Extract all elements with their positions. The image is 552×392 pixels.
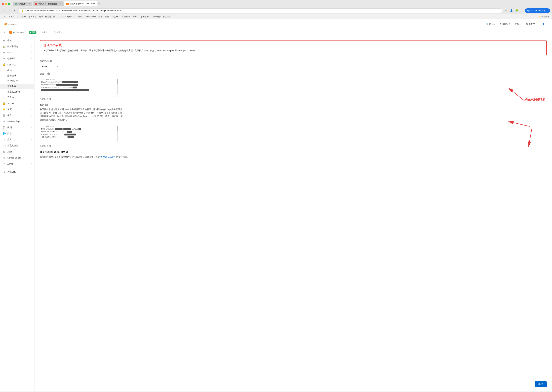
tab-cloudflare[interactable]: 源服务器 | ydxian.love | 1945 ✕: [64, 1, 98, 6]
privkey-textarea-box[interactable]: -----BEGIN PRIVATE KEY----- MIIEvgIBADAN…: [40, 124, 120, 144]
cf-main: ⊞ 概述 📊 分析和日志 ▾ ◈ DNS ▾ ✉ 电子邮件 ▾ 🔒 SSL/TL…: [0, 36, 552, 391]
sidebar-item-access[interactable]: 🔐 Access: [0, 100, 34, 106]
privkey-copy-link[interactable]: 单击以复制: [40, 145, 51, 147]
bookmark-translate[interactable]: 翻译: [77, 15, 83, 18]
add-site-button[interactable]: ⊕ 添加站点: [499, 23, 511, 26]
maximize-dot[interactable]: [8, 3, 10, 5]
cert-info-icon[interactable]: i: [47, 72, 50, 75]
bookmark-chiphell[interactable]: 首页 - Chiphell -...: [59, 15, 76, 18]
bookmark-shop[interactable]: 购物: [105, 15, 110, 18]
chevron-down-icon: ▾: [31, 108, 32, 111]
cache-icon: 🗄: [3, 114, 6, 117]
bookmark-pt[interactable]: PT: [2, 15, 6, 18]
new-version-button[interactable]: 有新版 Chrome 可用 …: [525, 8, 550, 13]
key-format-info-icon[interactable]: i: [49, 60, 52, 62]
key-format-select[interactable]: PEM PKCS#7 DER: [40, 64, 60, 69]
notice-box: 源证书书安装 将以下证书和私钥保存到您的客户端。要保存，请单击以复制这些内容并将…: [40, 40, 547, 56]
cert-scrollbar-thumb[interactable]: [117, 79, 118, 84]
tab-close-icon[interactable]: ✕: [28, 3, 30, 5]
sidebar-item-email[interactable]: ✉ 电子邮件 ▾: [0, 56, 34, 62]
new-tab-button[interactable]: +: [98, 2, 101, 6]
minimize-dot[interactable]: [5, 3, 7, 5]
sidebar-sub-custom-hostname[interactable]: 自定义主机名: [0, 89, 34, 94]
sidebar-item-overview[interactable]: ⊞ 概述: [0, 37, 34, 43]
key-format-select-wrapper: PEM PKCS#7 DER ▾: [40, 64, 60, 69]
sidebar-label: 电子邮件: [7, 57, 29, 60]
tab-smzdm[interactable]: 我的文章 | 什么值得买 ✕: [33, 1, 64, 6]
sidebar-item-cache[interactable]: 🗄 缓存 ▾: [0, 112, 34, 119]
smzdm-favicon: [35, 3, 37, 5]
site-domain-tab[interactable]: ydxian.love: [7, 29, 26, 36]
sidebar-label: Workers 路由: [7, 120, 32, 123]
sidebar-item-network[interactable]: 🌐 网络: [0, 131, 34, 137]
back-button[interactable]: ‹: [2, 8, 7, 13]
rules-icon: 📋: [3, 126, 6, 129]
cert-scrollbar[interactable]: [117, 79, 118, 95]
star-icon: ☆: [41, 31, 43, 34]
profile-icon[interactable]: 👤: [509, 8, 514, 13]
confirm-button[interactable]: 确定: [535, 381, 547, 387]
sidebar-item-scrape-shield[interactable]: ◇ Scrape Shield: [0, 155, 34, 161]
address-bar[interactable]: 🔒 dash.cloudflare.com/3355415ff1140f2306…: [19, 8, 502, 13]
bookmark-forum[interactable]: 论坛: [98, 15, 103, 18]
close-dot[interactable]: [2, 3, 4, 5]
language-button[interactable]: 简体中文 ▾: [525, 21, 538, 27]
chevron-down-icon: ▾: [545, 23, 547, 25]
extensions-icon[interactable]: 🧩: [514, 8, 519, 13]
sidebar-sub-client-cert[interactable]: 客户端证书: [0, 78, 34, 84]
sidebar-item-custom-pages[interactable]: 📄 自定义页面: [0, 143, 34, 149]
tab-close-icon[interactable]: ✕: [97, 3, 98, 5]
privkey-label: 私钥 i: [40, 104, 547, 106]
sidebar-item-traffic[interactable]: ↕ 流量 ▾: [0, 137, 34, 143]
sidebar-item-zaraz[interactable]: ≋ Zaraz ▾: [0, 161, 34, 167]
tab-chatgpt[interactable]: ChatGPT ✕: [13, 2, 32, 6]
privkey-scrollbar[interactable]: [117, 126, 118, 142]
sidebar-sub-edge-cert[interactable]: 边缘证书: [0, 73, 34, 78]
apps-icon: ⊞: [3, 150, 6, 153]
user-menu-button[interactable]: 👤 ▾: [541, 22, 548, 26]
sidebar-item-dns[interactable]: ◈ DNS ▾: [0, 49, 34, 56]
bookmark-baijiahao[interactable]: 百 百家号: [17, 15, 27, 18]
bookmark-baidu[interactable]: 百度一下，你就知道: [111, 15, 131, 18]
goto-button[interactable]: 🔍 转到...: [485, 21, 497, 27]
sidebar-collapse-button[interactable]: ◁ 折叠边栏: [0, 168, 34, 175]
free-plan-tab[interactable]: Free 计划: [50, 29, 66, 36]
bookmark-tools[interactable]: 🗂 工具: [7, 15, 15, 18]
sidebar-item-workers[interactable]: ⚙ Workers 路由: [0, 119, 34, 125]
privkey-scrollbar-thumb[interactable]: [117, 126, 118, 131]
sidebar-sub-ssl-overview[interactable]: 概述: [0, 68, 34, 73]
bookmark-allbookmarks[interactable]: 📁 所有书签: [538, 15, 550, 18]
sidebar-item-security[interactable]: 🛡 安全性 ▾: [0, 94, 34, 100]
site-status-tab[interactable]: 活动: [26, 29, 39, 36]
bookmark-cloudinstall[interactable]: Cloud Install: [84, 15, 96, 18]
bookmark-storage[interactable]: 安全储存您的数据...: [132, 15, 151, 18]
bookmark-order[interactable]: 订单确认 | 东京宅男...: [152, 15, 173, 18]
star-tab[interactable]: ☆ 星号: [39, 29, 50, 36]
cf-logo: CLOUDFLARE: [4, 21, 17, 27]
collapse-icon: ◁: [3, 170, 6, 173]
sidebar-item-analytics[interactable]: 📊 分析和日志 ▾: [0, 43, 34, 49]
certificate-textarea-box[interactable]: -----BEGIN CERTIFICATE----- BQAwgYsxCzAJ…: [40, 77, 120, 97]
back-to-overview-button[interactable]: ‹: [4, 31, 5, 34]
bookmark-icon[interactable]: ☆: [504, 8, 508, 13]
menu-icon[interactable]: ⋮: [520, 8, 524, 13]
sidebar-item-speed[interactable]: ⚡ 速度 ▾: [0, 106, 34, 112]
forward-button[interactable]: ›: [7, 8, 12, 13]
bookmark-toutiao[interactable]: 今日头条: [28, 15, 37, 18]
sidebar-sub-origin-server[interactable]: 源服务器: [0, 84, 34, 89]
cert-copy-link[interactable]: 单击以复制: [40, 98, 51, 100]
sidebar-item-ssl-tls[interactable]: 🔒 SSL/TLS ▴: [0, 62, 34, 68]
scrape-shield-icon: ◇: [3, 156, 6, 159]
manage-ca-cert-link[interactable]: 管理源 CA 证书: [100, 156, 115, 158]
sidebar-item-apps[interactable]: ⊞ Apps: [0, 149, 34, 155]
webserver-title: 要安装到的 Web 服务器: [40, 150, 547, 154]
sidebar-item-rules[interactable]: 📋 规则 ▾: [0, 125, 34, 131]
chevron-down-icon: ▾: [31, 46, 32, 48]
bookmark-zhihu[interactable]: 知乎 - 有问题，就...: [38, 15, 57, 18]
privkey-info-icon[interactable]: i: [45, 104, 48, 106]
chevron-down-icon: ▾: [536, 23, 537, 25]
tab-close-icon[interactable]: ✕: [60, 3, 61, 5]
reload-button[interactable]: ↻: [13, 8, 17, 13]
webserver-text: 有关您的源 Web 服务器类型的特定安装说明，请参阅我们有关 管理源 CA 证书…: [40, 155, 547, 159]
support-button[interactable]: 支持 ▾: [513, 21, 522, 27]
